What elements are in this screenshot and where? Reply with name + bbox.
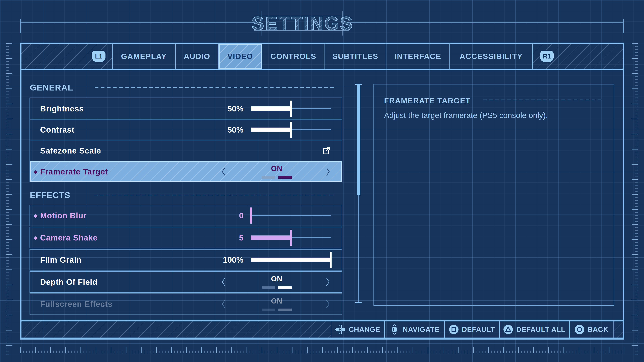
slider-fill xyxy=(251,258,331,262)
toggle-option-on-bar xyxy=(278,309,292,311)
modified-marker: ◆ xyxy=(34,235,38,241)
chevron-left-icon xyxy=(221,299,226,309)
dpad-icon xyxy=(335,325,345,335)
slider-fill xyxy=(251,106,291,111)
detail-panel-description: Adjust the target framerate (PS5 console… xyxy=(384,110,606,120)
setting-value: 50% xyxy=(228,125,244,134)
motion-blur-slider[interactable] xyxy=(251,205,331,226)
section-header-effects: EFFECTS xyxy=(30,190,70,200)
setting-label: Motion Blur xyxy=(40,211,87,220)
square-button-icon xyxy=(449,325,458,334)
footer-left-hatch xyxy=(22,322,331,338)
toggle-option-off-bar xyxy=(262,286,275,289)
camera-shake-slider[interactable] xyxy=(251,227,331,248)
footer-button-label: DEFAULT ALL xyxy=(516,326,565,334)
external-link-icon[interactable] xyxy=(322,146,330,155)
setting-label: Brightness xyxy=(40,104,84,113)
slider-fill xyxy=(251,236,291,240)
setting-label: Safezone Scale xyxy=(40,146,101,155)
detail-divider xyxy=(483,99,602,100)
title-guide-line xyxy=(254,16,349,16)
chevron-right-icon[interactable] xyxy=(326,277,330,287)
tab-subtitles[interactable]: SUBTITLES xyxy=(324,44,386,69)
tab-bar: L1 GAMEPLAY AUDIO VIDEO CONTROLS SUBTITL… xyxy=(22,44,623,70)
slider-thumb[interactable] xyxy=(330,252,332,268)
navigate-button[interactable]: L NAVIGATE xyxy=(384,322,444,338)
setting-value: 100% xyxy=(223,255,244,265)
setting-row-film-grain[interactable]: Film Grain 100% xyxy=(30,249,342,271)
setting-row-brightness[interactable]: Brightness 50% xyxy=(30,98,342,119)
toggle-option-off-bar xyxy=(262,176,275,179)
footer-button-label: DEFAULT xyxy=(462,326,495,334)
film-grain-slider[interactable] xyxy=(251,250,331,270)
setting-value: 0 xyxy=(239,211,244,220)
setting-label: Camera Shake xyxy=(40,233,98,242)
ruler-right xyxy=(632,43,638,357)
modified-marker: ◆ xyxy=(34,213,38,219)
setting-row-depth-of-field[interactable]: Depth Of Field ON xyxy=(30,271,342,293)
slider-thumb[interactable] xyxy=(250,207,252,224)
header-rule-left xyxy=(21,22,256,23)
title-guide-line xyxy=(342,11,343,35)
chevron-right-icon[interactable] xyxy=(326,167,330,176)
setting-label: Film Grain xyxy=(40,255,82,265)
toggle-value: ON xyxy=(252,275,302,283)
setting-value: 50% xyxy=(228,104,244,113)
toggle-value: ON xyxy=(252,164,302,173)
detail-panel-title: FRAMERATE TARGET xyxy=(384,96,470,105)
ruler-left xyxy=(6,43,12,357)
tab-audio[interactable]: AUDIO xyxy=(175,44,218,69)
chevron-left-icon[interactable] xyxy=(221,167,226,176)
tab-video[interactable]: VIDEO xyxy=(218,44,262,69)
default-all-button[interactable]: DEFAULT ALL xyxy=(499,322,569,338)
slider-thumb[interactable] xyxy=(290,230,292,246)
back-button[interactable]: BACK xyxy=(569,322,614,338)
slider-thumb[interactable] xyxy=(290,100,292,117)
scrollbar-thumb[interactable] xyxy=(357,84,360,195)
title-guide-line xyxy=(254,30,349,31)
brightness-slider[interactable] xyxy=(251,98,331,119)
tab-accessibility[interactable]: ACCESSIBILITY xyxy=(450,44,533,69)
footer-button-label: NAVIGATE xyxy=(403,326,440,334)
toggle-option-off-bar xyxy=(262,309,275,311)
slider-thumb[interactable] xyxy=(290,122,292,138)
toggle-option-on-bar xyxy=(278,286,292,289)
setting-label: Fullscreen Effects xyxy=(40,300,112,309)
setting-row-contrast[interactable]: Contrast 50% xyxy=(30,119,342,140)
footer-button-label: CHANGE xyxy=(349,326,380,334)
setting-row-safezone-scale[interactable]: Safezone Scale xyxy=(30,140,342,161)
section-divider xyxy=(94,195,334,195)
footer-bar: CHANGE L NAVIGATE DEFAULT DE xyxy=(20,320,624,340)
chevron-right-icon xyxy=(326,299,330,309)
general-rows-box: Brightness 50% Contrast 50% Safezone Sca… xyxy=(30,97,342,182)
setting-label: Framerate Target xyxy=(40,167,108,176)
setting-row-camera-shake[interactable]: ◆ Camera Shake 5 xyxy=(30,227,342,248)
title-guide-line xyxy=(261,11,262,35)
footer-right-hatch xyxy=(614,322,623,338)
svg-text:L: L xyxy=(393,327,396,332)
setting-row-motion-blur[interactable]: ◆ Motion Blur 0 xyxy=(30,205,342,226)
toggle-option-on-bar xyxy=(278,176,292,179)
setting-row-framerate-target[interactable]: ◆ Framerate Target ON xyxy=(30,161,342,182)
tab-bar-left-hatch: L1 xyxy=(22,44,112,69)
tab-interface[interactable]: INTERFACE xyxy=(386,44,450,69)
contrast-slider[interactable] xyxy=(251,119,331,140)
left-stick-icon: L xyxy=(390,325,400,335)
l1-bumper-button[interactable]: L1 xyxy=(92,50,106,62)
slider-track xyxy=(251,215,331,216)
tab-bar-right-hatch: R1 xyxy=(533,44,623,69)
header-rule-tick-right xyxy=(623,19,624,33)
triangle-button-icon xyxy=(504,325,513,334)
setting-row-fullscreen-effects[interactable]: Fullscreen Effects ON xyxy=(30,293,342,315)
modified-marker: ◆ xyxy=(34,169,38,175)
section-header-general: GENERAL xyxy=(30,83,73,92)
default-button[interactable]: DEFAULT xyxy=(444,322,499,338)
change-button[interactable]: CHANGE xyxy=(331,322,384,338)
tab-controls[interactable]: CONTROLS xyxy=(262,44,324,69)
section-divider xyxy=(95,87,334,88)
header-rule-right xyxy=(348,22,624,23)
footer-button-label: BACK xyxy=(588,326,608,334)
chevron-left-icon[interactable] xyxy=(221,277,226,287)
r1-bumper-button[interactable]: R1 xyxy=(540,50,554,62)
tab-gameplay[interactable]: GAMEPLAY xyxy=(112,44,175,69)
